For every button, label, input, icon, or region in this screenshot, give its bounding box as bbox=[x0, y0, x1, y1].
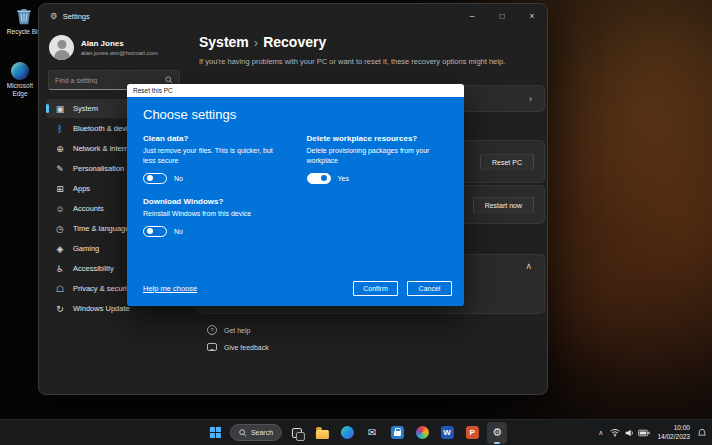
toggle-state-label: No bbox=[174, 228, 183, 235]
option-title: Delete workplace resources? bbox=[307, 134, 449, 143]
toggle-state-label: Yes bbox=[338, 175, 349, 182]
option-title: Clean data? bbox=[143, 134, 285, 143]
chevron-right-icon: › bbox=[529, 94, 532, 104]
clock-button[interactable]: 10:00 14/02/2023 bbox=[657, 424, 690, 442]
settings-gear-icon: ⚙ bbox=[50, 11, 58, 21]
minimize-button[interactable]: – bbox=[457, 4, 487, 28]
bluetooth-icon: ᛒ bbox=[55, 124, 65, 134]
volume-icon bbox=[624, 428, 634, 438]
edge-icon bbox=[341, 426, 354, 439]
help-me-choose-link[interactable]: Help me choose bbox=[143, 284, 197, 293]
system-tray: ∧ 10:00 14/02/2023 bbox=[598, 420, 707, 445]
avatar bbox=[49, 35, 74, 60]
reset-pc-dialog: Reset this PC Choose settings Clean data… bbox=[127, 84, 464, 306]
sidebar-item-label: Windows Update bbox=[73, 304, 130, 313]
breadcrumb-system[interactable]: System bbox=[199, 34, 249, 50]
start-button[interactable] bbox=[205, 422, 225, 444]
task-view-button[interactable] bbox=[287, 422, 307, 444]
store-icon bbox=[391, 426, 404, 439]
photos-icon bbox=[416, 426, 429, 439]
file-explorer-icon bbox=[316, 430, 329, 439]
recycle-bin-icon bbox=[14, 6, 34, 26]
option-description: Reinstall Windows from this device bbox=[143, 209, 285, 219]
network-volume-battery-button[interactable] bbox=[610, 428, 650, 438]
search-input[interactable] bbox=[55, 77, 165, 84]
edge-button[interactable] bbox=[337, 422, 357, 444]
windows-logo-icon bbox=[209, 427, 220, 438]
give-feedback-link[interactable]: Give feedback bbox=[207, 343, 269, 351]
option-download-windows: Download Windows? Reinstall Windows from… bbox=[143, 197, 285, 237]
close-button[interactable]: × bbox=[517, 4, 547, 28]
get-help-link[interactable]: ? Get help bbox=[207, 325, 269, 335]
feedback-icon bbox=[207, 343, 217, 351]
file-explorer-button[interactable] bbox=[312, 422, 332, 444]
tray-chevron-icon[interactable]: ∧ bbox=[598, 429, 603, 437]
close-icon: × bbox=[530, 11, 535, 21]
notification-bell-icon[interactable] bbox=[697, 428, 707, 438]
settings-app-button[interactable]: ⚙ bbox=[487, 422, 507, 444]
option-description: Delete provisioning packages from your w… bbox=[307, 146, 449, 166]
powerpoint-button[interactable]: P bbox=[462, 422, 482, 444]
maximize-button[interactable]: □ bbox=[487, 4, 517, 28]
search-icon bbox=[239, 429, 247, 437]
dialog-options: Clean data? Just remove your files. This… bbox=[143, 134, 448, 237]
sidebar-item-label: System bbox=[73, 104, 98, 113]
powerpoint-icon: P bbox=[466, 426, 479, 439]
edge-icon bbox=[11, 62, 29, 80]
dialog-titlebar: Reset this PC bbox=[127, 84, 464, 97]
option-description: Just remove your files. This is quicker,… bbox=[143, 146, 285, 166]
network-icon: ⊕ bbox=[55, 144, 65, 154]
gaming-icon: ◈ bbox=[55, 244, 65, 254]
clean-data-toggle[interactable] bbox=[143, 173, 167, 184]
breadcrumb: System › Recovery bbox=[199, 34, 535, 50]
restart-now-button[interactable]: Restart now bbox=[473, 196, 534, 213]
time-language-icon: ◷ bbox=[55, 224, 65, 234]
reset-pc-button[interactable]: Reset PC bbox=[480, 153, 534, 170]
sidebar-item-label: Accounts bbox=[73, 204, 104, 213]
sidebar-item-label: Time & language bbox=[73, 224, 129, 233]
mail-button[interactable]: ✉ bbox=[362, 422, 382, 444]
toggle-state-label: No bbox=[174, 175, 183, 182]
apps-icon: ⊞ bbox=[55, 184, 65, 194]
window-titlebar: ⚙ Settings – □ × bbox=[39, 4, 547, 28]
profile-email: alan.jones.wm@hotmail.com bbox=[81, 50, 158, 56]
option-clean-data: Clean data? Just remove your files. This… bbox=[143, 134, 285, 184]
accounts-icon: ☺ bbox=[55, 204, 65, 214]
dialog-body: Choose settings Clean data? Just remove … bbox=[127, 97, 464, 306]
sidebar-item-label: Accessibility bbox=[73, 264, 114, 273]
accessibility-icon: ♿ bbox=[55, 264, 65, 274]
dialog-title: Reset this PC bbox=[133, 87, 173, 94]
word-button[interactable]: W bbox=[437, 422, 457, 444]
wifi-icon bbox=[610, 428, 620, 437]
page-title: Recovery bbox=[263, 34, 326, 50]
system-icon: ▣ bbox=[55, 104, 65, 114]
page-description: If you're having problems with your PC o… bbox=[199, 57, 529, 66]
settings-gear-icon: ⚙ bbox=[492, 427, 502, 438]
confirm-button[interactable]: Confirm bbox=[353, 281, 398, 296]
sidebar-item-label: Apps bbox=[73, 184, 90, 193]
task-view-icon bbox=[292, 428, 302, 438]
desktop-icon-microsoft-edge[interactable]: Microsoft Edge bbox=[0, 61, 40, 98]
photos-button[interactable] bbox=[412, 422, 432, 444]
personalisation-icon: ✎ bbox=[55, 164, 65, 174]
option-title: Download Windows? bbox=[143, 197, 285, 206]
download-windows-toggle[interactable] bbox=[143, 226, 167, 237]
store-button[interactable] bbox=[387, 422, 407, 444]
account-profile[interactable]: Alan Jones alan.jones.wm@hotmail.com bbox=[46, 31, 182, 62]
privacy-security-icon: ☖ bbox=[55, 284, 65, 294]
taskbar-search[interactable]: Search bbox=[230, 424, 282, 441]
option-delete-workplace-resources: Delete workplace resources? Delete provi… bbox=[307, 134, 449, 184]
windows-update-icon: ↻ bbox=[55, 304, 65, 314]
minimize-icon: – bbox=[470, 11, 475, 21]
window-title: Settings bbox=[63, 12, 90, 21]
delete-workplace-toggle[interactable] bbox=[307, 173, 331, 184]
cancel-button[interactable]: Cancel bbox=[407, 281, 452, 296]
breadcrumb-separator-icon: › bbox=[254, 35, 258, 50]
taskbar-search-label: Search bbox=[251, 429, 273, 436]
get-help-label: Get help bbox=[224, 327, 250, 334]
tray-time: 10:00 bbox=[674, 424, 690, 433]
sidebar-item-label: Network & internet bbox=[73, 144, 135, 153]
profile-name: Alan Jones bbox=[81, 39, 158, 49]
tray-date: 14/02/2023 bbox=[657, 433, 690, 442]
dialog-heading: Choose settings bbox=[143, 107, 448, 122]
